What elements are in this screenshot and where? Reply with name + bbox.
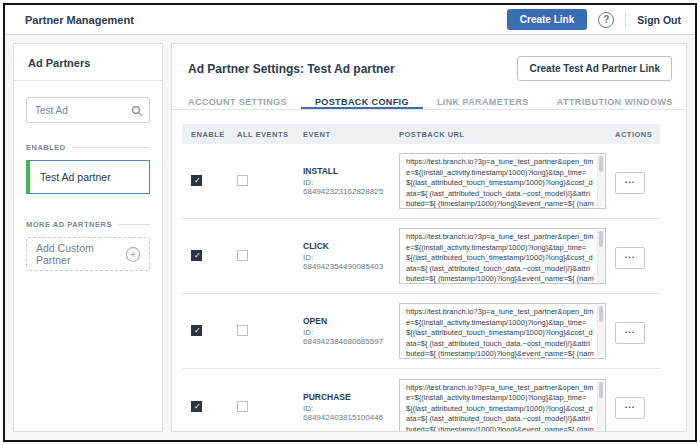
table-row: CLICK ID: 684942354490085403 https://tes… <box>182 219 660 294</box>
search-icon <box>131 103 143 121</box>
tab-attribution-windows[interactable]: ATTRIBUTION WINDOWS <box>543 91 687 109</box>
actions-cell: ... <box>606 319 660 344</box>
panel-title: Ad Partner Settings: Test Ad partner <box>188 62 395 76</box>
topbar-actions: Create Link ? Sign Out <box>507 9 681 30</box>
tab-link-parameters[interactable]: LINK PARAMETERS <box>423 91 543 109</box>
create-test-ad-partner-link-button[interactable]: Create Test Ad Partner Link <box>517 56 672 81</box>
postback-url-textarea[interactable]: https://test.branch.io?3p=a_tune_test_pa… <box>399 379 606 433</box>
all-events-cell <box>228 398 294 416</box>
divider <box>118 224 150 225</box>
all-events-cell <box>228 172 294 190</box>
all-events-checkbox[interactable] <box>237 401 248 412</box>
more-partners-section-label: MORE AD PARTNERS <box>26 220 150 229</box>
sign-out-button[interactable]: Sign Out <box>637 14 681 26</box>
panel-header: Ad Partner Settings: Test Ad partner Cre… <box>172 44 686 91</box>
enable-cell <box>182 247 228 265</box>
event-id: ID: 684942403815100446 <box>303 404 390 422</box>
postback-url-text: https://test.branch.io?3p=a_tune_test_pa… <box>406 307 594 359</box>
actions-cell: ... <box>606 394 660 419</box>
table-header-row: ENABLE ALL EVENTS EVENT POSTBACK URL ACT… <box>182 124 660 144</box>
enable-checkbox[interactable] <box>191 401 202 412</box>
event-id: ID: 684942354490085403 <box>303 253 390 271</box>
event-cell: INSTALL ID: 684942323162828825 <box>294 166 390 196</box>
sidebar-body: ENABLED Test Ad partner MORE AD PARTNERS… <box>14 81 162 287</box>
row-actions-button[interactable]: ... <box>615 397 645 419</box>
partner-search <box>26 97 150 123</box>
all-events-cell <box>228 322 294 340</box>
column-header-all-events: ALL EVENTS <box>228 130 294 139</box>
column-header-postback-url: POSTBACK URL <box>390 130 606 139</box>
column-header-enable: ENABLE <box>182 130 228 139</box>
sidebar-title: Ad Partners <box>14 44 162 81</box>
all-events-checkbox[interactable] <box>237 175 248 186</box>
scrollbar[interactable] <box>597 230 604 282</box>
postback-url-cell: https://test.branch.io?3p=a_tune_test_pa… <box>390 228 606 284</box>
enable-cell <box>182 322 228 340</box>
settings-tabs: ACCOUNT SETTINGS POSTBACK CONFIG LINK PA… <box>172 91 686 110</box>
table-row: INSTALL ID: 684942323162828825 https://t… <box>182 144 660 219</box>
enabled-section-label: ENABLED <box>26 143 150 152</box>
divider <box>72 147 150 148</box>
event-name: PURCHASE <box>303 392 390 402</box>
postback-url-cell: https://test.branch.io?3p=a_tune_test_pa… <box>390 153 606 209</box>
scrollbar[interactable] <box>597 305 604 357</box>
ad-partners-sidebar: Ad Partners ENABLED Test Ad partner MORE… <box>13 43 163 432</box>
postback-url-textarea[interactable]: https://test.branch.io?3p=a_tune_test_pa… <box>399 153 606 209</box>
row-actions-button[interactable]: ... <box>615 247 645 269</box>
page-title: Partner Management <box>25 14 134 26</box>
topbar: Partner Management Create Link ? Sign Ou… <box>5 5 695 35</box>
plus-icon: + <box>126 247 140 262</box>
partner-settings-panel: Ad Partner Settings: Test Ad partner Cre… <box>171 43 687 432</box>
all-events-cell <box>228 247 294 265</box>
postback-url-cell: https://test.branch.io?3p=a_tune_test_pa… <box>390 379 606 433</box>
all-events-checkbox[interactable] <box>237 325 248 336</box>
scrollbar-thumb[interactable] <box>599 306 603 322</box>
row-actions-button[interactable]: ... <box>615 322 645 344</box>
scrollbar-thumb[interactable] <box>599 382 603 398</box>
column-header-actions: ACTIONS <box>606 130 660 139</box>
divider <box>625 12 626 28</box>
table-row: OPEN ID: 684942384680685597 https://test… <box>182 294 660 369</box>
help-icon[interactable]: ? <box>598 12 614 28</box>
event-name: INSTALL <box>303 166 390 176</box>
enable-checkbox[interactable] <box>191 250 202 261</box>
column-header-event: EVENT <box>294 130 390 139</box>
scrollbar-thumb[interactable] <box>599 231 603 247</box>
postback-url-textarea[interactable]: https://test.branch.io?3p=a_tune_test_pa… <box>399 303 606 359</box>
table-row: PURCHASE ID: 684942403815100446 https://… <box>182 369 660 432</box>
enable-checkbox[interactable] <box>191 325 202 336</box>
partner-name: Test Ad partner <box>40 171 111 183</box>
event-cell: PURCHASE ID: 684942403815100446 <box>294 392 390 422</box>
scrollbar[interactable] <box>597 381 604 433</box>
event-cell: CLICK ID: 684942354490085403 <box>294 241 390 271</box>
app-window: Partner Management Create Link ? Sign Ou… <box>3 3 697 442</box>
postback-url-textarea[interactable]: https://test.branch.io?3p=a_tune_test_pa… <box>399 228 606 284</box>
event-name: OPEN <box>303 316 390 326</box>
sidebar-item-test-ad-partner[interactable]: Test Ad partner <box>26 160 150 194</box>
event-name: CLICK <box>303 241 390 251</box>
enable-checkbox[interactable] <box>191 175 202 186</box>
event-id: ID: 684942384680685597 <box>303 328 390 346</box>
create-link-button[interactable]: Create Link <box>507 9 587 30</box>
tab-postback-config[interactable]: POSTBACK CONFIG <box>301 91 423 109</box>
postback-table: ENABLE ALL EVENTS EVENT POSTBACK URL ACT… <box>182 124 660 432</box>
enabled-section-text: ENABLED <box>26 143 66 152</box>
content-area: Ad Partners ENABLED Test Ad partner MORE… <box>5 35 695 440</box>
all-events-checkbox[interactable] <box>237 250 248 261</box>
tab-account-settings[interactable]: ACCOUNT SETTINGS <box>188 91 301 109</box>
postback-url-cell: https://test.branch.io?3p=a_tune_test_pa… <box>390 303 606 359</box>
postback-url-text: https://test.branch.io?3p=a_tune_test_pa… <box>406 157 594 209</box>
more-partners-text: MORE AD PARTNERS <box>26 220 112 229</box>
enable-cell <box>182 172 228 190</box>
postback-url-text: https://test.branch.io?3p=a_tune_test_pa… <box>406 383 594 433</box>
postback-url-text: https://test.branch.io?3p=a_tune_test_pa… <box>406 232 594 284</box>
event-cell: OPEN ID: 684942384680685597 <box>294 316 390 346</box>
actions-cell: ... <box>606 244 660 269</box>
row-actions-button[interactable]: ... <box>615 172 645 194</box>
scrollbar[interactable] <box>597 155 604 207</box>
enable-cell <box>182 398 228 416</box>
actions-cell: ... <box>606 169 660 194</box>
add-custom-partner-button[interactable]: Add Custom Partner + <box>26 237 150 271</box>
event-id: ID: 684942323162828825 <box>303 178 390 196</box>
scrollbar-thumb[interactable] <box>599 156 603 172</box>
